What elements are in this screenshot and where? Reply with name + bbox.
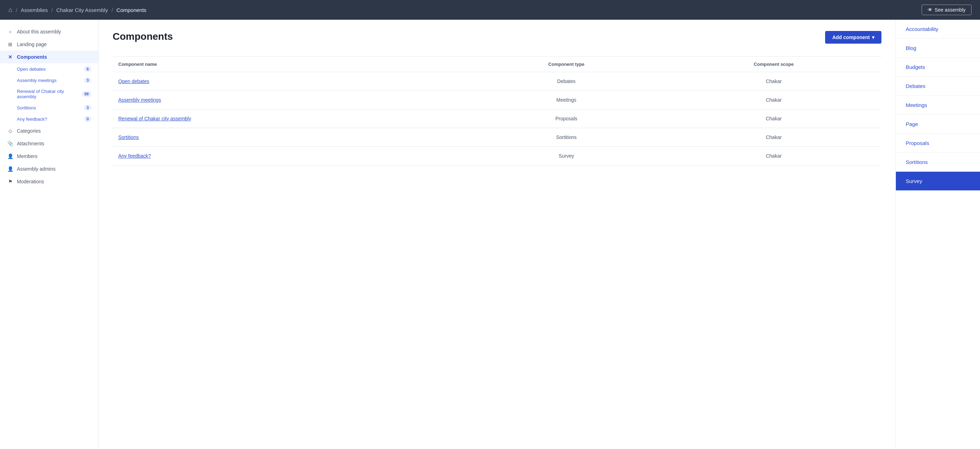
sidebar-item-label: About this assembly: [17, 29, 61, 35]
col-header-name: Component name: [113, 57, 467, 72]
sidebar-item-label: Assembly admins: [17, 166, 56, 172]
right-panel-item-budgets[interactable]: Budgets: [896, 58, 980, 77]
home-icon[interactable]: ⌂: [8, 6, 12, 14]
component-name-link[interactable]: Assembly meetings: [118, 97, 161, 103]
sidebar-item-members[interactable]: 👤Members: [0, 150, 98, 163]
sub-item-label: Any feedback?: [17, 116, 47, 122]
component-type-cell: Debates: [467, 72, 666, 91]
col-header-scope: Component scope: [666, 57, 881, 72]
sidebar-item-landing[interactable]: ⊞Landing page: [0, 38, 98, 51]
table-head: Component name Component type Component …: [113, 57, 881, 72]
sidebar-item-label: Categories: [17, 128, 41, 134]
col-header-type: Component type: [467, 57, 666, 72]
sub-item-label: Renewal of Chakar city assembly: [17, 89, 82, 99]
breadcrumb: ⌂ / Assemblies / Chakar City Assembly / …: [8, 6, 146, 14]
see-assembly-label: See assembly: [935, 7, 966, 13]
component-name-cell[interactable]: Renewal of Chakar city assembly: [113, 109, 467, 128]
component-scope-cell: Chakar: [666, 72, 881, 91]
add-component-button[interactable]: Add component ▾: [825, 31, 881, 44]
sub-item-label: Sortitions: [17, 105, 36, 111]
sidebar-item-label: Members: [17, 154, 37, 159]
component-name-cell[interactable]: Assembly meetings: [113, 91, 467, 109]
component-type-cell: Sortitions: [467, 128, 666, 147]
table-body: Open debates Debates Chakar Assembly mee…: [113, 72, 881, 165]
main-header-row: Components Add component ▾: [113, 31, 881, 51]
sidebar-item-about[interactable]: ○About this assembly: [0, 25, 98, 38]
sidebar-item-categories[interactable]: ◇Categories: [0, 125, 98, 137]
sidebar-item-assembly-admins[interactable]: 👤Assembly admins: [0, 163, 98, 175]
sub-item-badge: 99: [82, 91, 91, 97]
sub-item-badge: 0: [84, 116, 91, 122]
see-assembly-button[interactable]: 👁 See assembly: [921, 5, 972, 15]
right-panel-item-survey[interactable]: Survey: [896, 172, 980, 191]
eye-icon: 👁: [928, 7, 932, 13]
sidebar-item-label: Moderations: [17, 179, 44, 184]
component-type-cell: Proposals: [467, 109, 666, 128]
breadcrumb-current: Components: [116, 7, 146, 13]
component-name-link[interactable]: Open debates: [118, 78, 149, 84]
right-panel-item-meetings[interactable]: Meetings: [896, 96, 980, 115]
component-type-cell: Survey: [467, 147, 666, 165]
layout: ○About this assembly⊞Landing page✕Compon…: [0, 20, 980, 449]
sidebar-item-label: Attachments: [17, 141, 45, 146]
component-name-cell[interactable]: Any feedback?: [113, 147, 467, 165]
sidebar-item-moderations[interactable]: ⚑Moderations: [0, 175, 98, 188]
component-type-cell: Meetings: [467, 91, 666, 109]
component-name-link[interactable]: Renewal of Chakar city assembly: [118, 116, 191, 121]
right-panel-item-blog[interactable]: Blog: [896, 39, 980, 58]
component-scope-cell: Chakar: [666, 109, 881, 128]
moderations-icon: ⚑: [7, 179, 13, 184]
dropdown-icon: ▾: [872, 35, 874, 40]
table-row: Sortitions Sortitions Chakar: [113, 128, 881, 147]
sidebar-sub-item-sortitions[interactable]: Sortitions3: [0, 102, 98, 113]
right-panel-item-sortitions[interactable]: Sortitions: [896, 153, 980, 172]
sidebar-item-label: Landing page: [17, 41, 47, 47]
about-icon: ○: [7, 29, 13, 35]
sidebar-sub-item-assembly-meetings[interactable]: Assembly meetings3: [0, 75, 98, 86]
sidebar-item-attachments[interactable]: 📎Attachments: [0, 137, 98, 150]
breadcrumb-assemblies[interactable]: Assemblies: [21, 7, 48, 13]
sidebar-item-label: Components: [17, 54, 47, 60]
right-panel-item-debates[interactable]: Debates: [896, 77, 980, 96]
table-row: Renewal of Chakar city assembly Proposal…: [113, 109, 881, 128]
right-panel-item-proposals[interactable]: Proposals: [896, 134, 980, 153]
sub-item-label: Open debates: [17, 67, 46, 72]
members-icon: 👤: [7, 154, 13, 159]
table-row: Open debates Debates Chakar: [113, 72, 881, 91]
sub-item-label: Assembly meetings: [17, 78, 57, 83]
add-component-label: Add component: [832, 35, 870, 40]
right-panel-item-accountability[interactable]: Accountability: [896, 20, 980, 39]
sub-item-badge: 6: [84, 66, 91, 72]
component-scope-cell: Chakar: [666, 128, 881, 147]
topbar: ⌂ / Assemblies / Chakar City Assembly / …: [0, 0, 980, 20]
right-panel-item-page[interactable]: Page: [896, 115, 980, 134]
sub-item-badge: 3: [84, 78, 91, 83]
component-name-cell[interactable]: Open debates: [113, 72, 467, 91]
component-name-link[interactable]: Sortitions: [118, 135, 139, 140]
sidebar-sub-item-any-feedback[interactable]: Any feedback?0: [0, 113, 98, 125]
main-content: Components Add component ▾ Component nam…: [99, 20, 896, 449]
assembly-admins-icon: 👤: [7, 166, 13, 172]
breadcrumb-chakar[interactable]: Chakar City Assembly: [56, 7, 108, 13]
table-row: Assembly meetings Meetings Chakar: [113, 91, 881, 109]
component-name-link[interactable]: Any feedback?: [118, 153, 151, 159]
component-scope-cell: Chakar: [666, 91, 881, 109]
sidebar: ○About this assembly⊞Landing page✕Compon…: [0, 20, 99, 449]
sidebar-sub-item-renewal[interactable]: Renewal of Chakar city assembly99: [0, 86, 98, 102]
right-panel: AccountabilityBlogBudgetsDebatesMeetings…: [896, 20, 980, 449]
page-title: Components: [113, 31, 173, 42]
attachments-icon: 📎: [7, 141, 13, 146]
components-icon: ✕: [7, 54, 13, 60]
component-name-cell[interactable]: Sortitions: [113, 128, 467, 147]
sidebar-item-components[interactable]: ✕Components: [0, 51, 98, 63]
components-table: Component name Component type Component …: [113, 57, 881, 165]
landing-icon: ⊞: [7, 41, 13, 47]
categories-icon: ◇: [7, 128, 13, 134]
table-row: Any feedback? Survey Chakar: [113, 147, 881, 165]
sidebar-sub-item-open-debates[interactable]: Open debates6: [0, 63, 98, 75]
sub-item-badge: 3: [84, 105, 91, 111]
component-scope-cell: Chakar: [666, 147, 881, 165]
